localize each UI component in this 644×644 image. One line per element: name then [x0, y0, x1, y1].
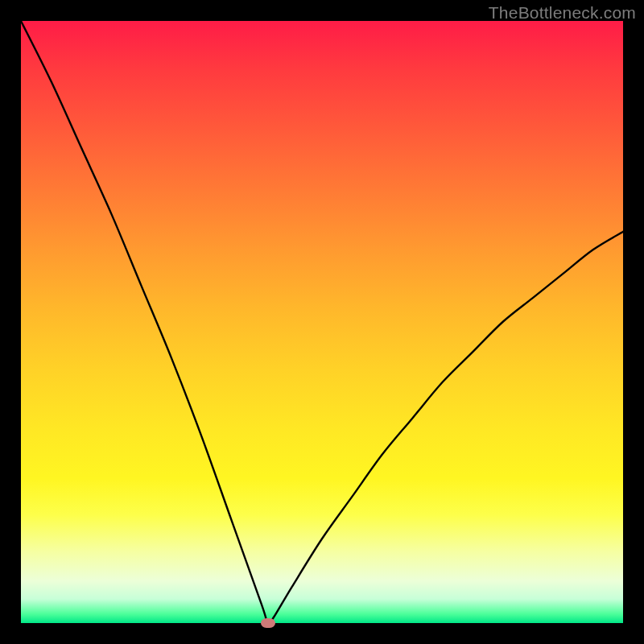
- bottleneck-curve: [21, 21, 623, 623]
- watermark-text: TheBottleneck.com: [489, 3, 636, 23]
- plot-area: [21, 21, 623, 623]
- optimum-marker: [261, 618, 275, 628]
- chart-frame: TheBottleneck.com: [0, 0, 644, 644]
